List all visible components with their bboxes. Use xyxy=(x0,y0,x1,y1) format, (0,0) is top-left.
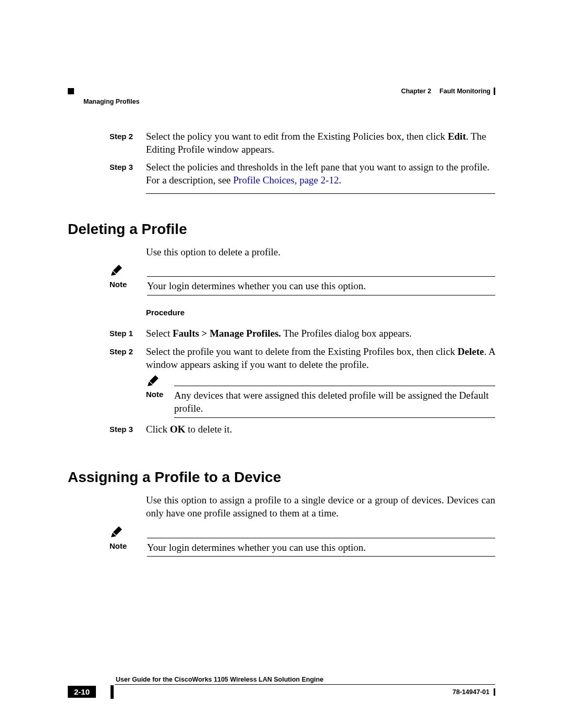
note-rule xyxy=(174,417,495,418)
note-text: Your login determines whether you can us… xyxy=(147,280,495,293)
chapter-title: Fault Monitoring xyxy=(439,88,491,95)
footer-rule xyxy=(115,684,495,685)
step-row: Step 2 Select the policy you want to edi… xyxy=(109,130,495,156)
note-text: Any devices that were assigned this dele… xyxy=(174,389,495,415)
step-row: Step 3 Select the policies and threshold… xyxy=(109,161,495,187)
pencil-icon xyxy=(109,265,122,277)
section-divider xyxy=(146,193,495,194)
running-header: Chapter 2 Fault Monitoring xyxy=(68,88,495,95)
page-number-badge: 2-10 xyxy=(68,686,96,698)
step-label: Step 3 xyxy=(109,423,146,434)
procedure-heading: Procedure xyxy=(146,308,495,317)
cross-ref-link[interactable]: Profile Choices, page 2-12 xyxy=(233,175,339,186)
step-body: Click OK to delete it. xyxy=(146,423,495,436)
note-text: Your login determines whether you can us… xyxy=(147,541,495,554)
step-label: Step 2 xyxy=(109,346,146,356)
section-label: Managing Profiles xyxy=(83,98,140,105)
note-label: Note xyxy=(109,280,147,289)
step-body: Select the policy you want to edit from … xyxy=(146,130,495,156)
step-label: Step 2 xyxy=(109,130,146,141)
header-bar-icon xyxy=(494,88,495,95)
heading-assigning-profile: Assigning a Profile to a Device xyxy=(68,469,495,486)
pencil-icon xyxy=(146,375,158,388)
footer-bar-icon xyxy=(111,685,114,699)
footer-bar-icon xyxy=(494,688,495,696)
note-rule xyxy=(147,556,495,557)
page-footer: User Guide for the CiscoWorks 1105 Wirel… xyxy=(68,684,495,698)
step-row: Step 3 Click OK to delete it. xyxy=(109,423,495,436)
footer-doc-title: User Guide for the CiscoWorks 1105 Wirel… xyxy=(116,676,323,683)
note-label: Note xyxy=(146,389,174,400)
step-body: Select the profile you want to delete fr… xyxy=(146,346,495,418)
note-label: Note xyxy=(109,541,147,550)
footer-doc-id: 78-14947-01 xyxy=(452,688,489,696)
heading-deleting-profile: Deleting a Profile xyxy=(68,221,495,238)
section-intro: Use this option to delete a profile. xyxy=(146,246,495,259)
step-row: Step 1 Select Faults > Manage Profiles. … xyxy=(109,327,495,340)
step-body: Select the policies and thresholds in th… xyxy=(146,161,495,187)
step-label: Step 3 xyxy=(109,161,146,171)
header-square-icon xyxy=(68,88,74,94)
chapter-label: Chapter 2 xyxy=(401,88,431,95)
note-rule xyxy=(147,295,495,295)
step-body: Select Faults > Manage Profiles. The Pro… xyxy=(146,327,495,340)
step-row: Step 2 Select the profile you want to de… xyxy=(109,346,495,418)
section-intro: Use this option to assign a profile to a… xyxy=(146,494,495,520)
step-label: Step 1 xyxy=(109,327,146,338)
pencil-icon xyxy=(109,526,122,539)
